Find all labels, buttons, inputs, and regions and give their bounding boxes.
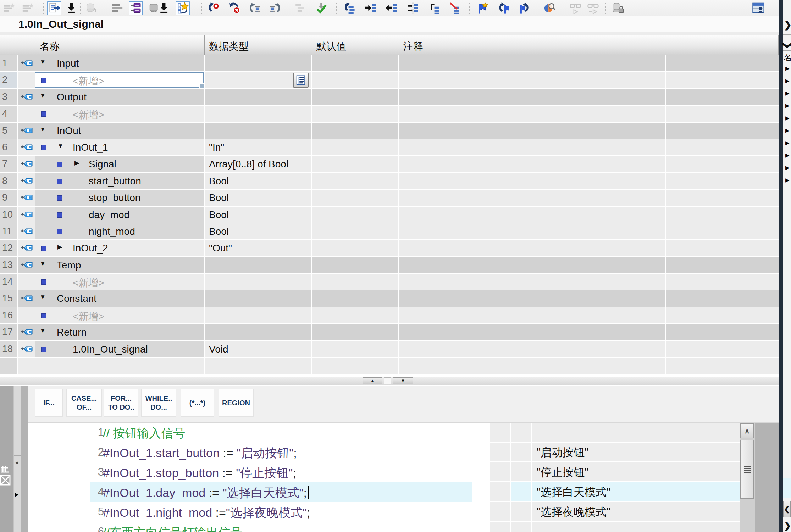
comment-cell[interactable] (399, 207, 666, 223)
row-number[interactable]: 3 (0, 89, 18, 105)
name-cell[interactable]: <新增> (35, 274, 205, 290)
value-cell[interactable] (532, 423, 740, 442)
no-absolute-operands-icon[interactable] (448, 1, 462, 15)
default-value-cell[interactable] (312, 240, 399, 256)
header-default[interactable]: 默认值 (312, 35, 399, 55)
code-text[interactable]: #InOut_1.stop_button := "停止按钮"; (103, 465, 296, 481)
variable-name[interactable]: Input (57, 58, 79, 69)
expand-right-icon[interactable]: ▶ (15, 492, 19, 497)
datatype-cell[interactable] (205, 55, 312, 71)
code-line[interactable]: 4#InOut_1.day_mod := "选择白天模式"; (28, 482, 518, 502)
name-cell[interactable]: ▼Temp (35, 257, 205, 273)
row-expand-icon[interactable]: ▶ (785, 140, 790, 146)
value-cell[interactable]: "选择夜晚模式" (532, 502, 740, 521)
code-line[interactable]: 1// 按钮输入信号 (28, 423, 518, 443)
collapse-icon[interactable]: ▼ (40, 294, 46, 301)
variable-name[interactable]: <新增> (73, 310, 104, 323)
comment-cell[interactable] (399, 89, 666, 105)
code-line[interactable]: 6//东西方向信号灯输出信号 (28, 522, 518, 532)
name-edit-field[interactable] (35, 72, 204, 88)
format-code-icon[interactable] (406, 1, 420, 15)
default-value-cell[interactable] (312, 123, 399, 139)
comment-cell[interactable] (399, 72, 666, 88)
row-expand-icon[interactable]: ▶ (785, 78, 790, 84)
expand-icon[interactable]: ▶ (57, 243, 62, 251)
snippet-button-for[interactable]: FOR...TO DO.. (104, 389, 138, 417)
default-value-cell[interactable] (312, 324, 399, 340)
row-number[interactable]: 5 (0, 123, 18, 139)
default-value-cell[interactable] (312, 257, 399, 273)
variable-name[interactable]: stop_button (89, 192, 140, 204)
row-number[interactable]: 16 (0, 307, 18, 323)
variable-name[interactable]: InOut_1 (73, 142, 108, 153)
row-number[interactable]: 15 (0, 290, 18, 306)
comment-cell[interactable] (399, 223, 666, 239)
edit-drag-handle[interactable] (199, 83, 205, 89)
comment-cell[interactable] (399, 341, 666, 357)
collapse-left-button[interactable]: ❮ (783, 501, 791, 517)
chevron-right-icon[interactable]: ❯ (784, 20, 791, 31)
variable-name[interactable]: <新增> (73, 276, 104, 290)
insert-row-icon[interactable] (2, 1, 16, 15)
snapshot-list-icon[interactable] (110, 1, 125, 15)
expanded-mode-icon[interactable] (176, 1, 190, 15)
variable-name[interactable]: InOut_2 (73, 243, 108, 254)
update-interface-icon[interactable] (248, 1, 262, 15)
collapse-icon[interactable]: ▼ (40, 260, 46, 267)
row-number[interactable]: 11 (0, 223, 18, 239)
comment-cell[interactable] (399, 274, 666, 290)
bookmark-prev-icon[interactable] (496, 1, 510, 15)
comment-cell[interactable] (399, 173, 666, 189)
splitter-grip[interactable] (384, 377, 391, 384)
collapse-icon[interactable]: ▼ (40, 92, 46, 99)
row-number[interactable]: 6 (0, 139, 18, 155)
comment-cell[interactable] (399, 290, 666, 306)
default-value-cell[interactable] (312, 207, 399, 223)
reset-memory-alt-icon[interactable] (227, 1, 241, 15)
datatype-browse-button[interactable] (293, 73, 309, 88)
row-number[interactable]: 18 (0, 341, 18, 357)
reset-memory-icon[interactable] (206, 1, 221, 15)
datatype-cell[interactable] (205, 307, 312, 323)
code-scrollbar[interactable]: ∧ (740, 423, 755, 532)
find-replace-icon[interactable] (542, 1, 557, 15)
monitor-glasses-icon[interactable] (568, 1, 582, 15)
name-cell[interactable]: <新增> (35, 72, 205, 88)
name-cell[interactable]: <新增> (35, 106, 205, 122)
snippet-button-case[interactable]: CASE...OF... (66, 389, 102, 417)
variable-name[interactable]: InOut (57, 125, 81, 137)
row-number[interactable]: 8 (0, 173, 18, 189)
keep-actual-values-icon[interactable] (84, 1, 98, 15)
variable-name[interactable]: night_mod (89, 226, 135, 237)
code-line[interactable]: 2#InOut_1.start_button := "启动按钮"; (28, 443, 518, 462)
name-cell[interactable]: ▼Input (35, 55, 205, 71)
scroll-thumb[interactable] (740, 440, 754, 499)
snippet-button-if[interactable]: IF... (35, 389, 63, 417)
consistency-check-icon[interactable] (314, 1, 328, 15)
row-number[interactable]: 4 (0, 106, 18, 122)
row-expand-icon[interactable]: ▶ (785, 102, 790, 109)
default-value-cell[interactable] (312, 274, 399, 290)
name-cell[interactable]: ▼InOut (35, 123, 205, 139)
monitor-glasses-step-icon[interactable] (586, 1, 600, 15)
row-number[interactable]: 10 (0, 207, 18, 223)
default-value-cell[interactable] (312, 173, 399, 189)
name-cell[interactable]: stop_button (35, 190, 205, 206)
row-expand-icon[interactable]: ▶ (785, 165, 790, 171)
comment-cell[interactable] (399, 55, 666, 71)
comment-cell[interactable] (399, 156, 666, 172)
copy-to-start-values-icon[interactable] (147, 1, 171, 15)
variable-name[interactable]: <新增> (73, 108, 104, 122)
struct-list-icon[interactable] (293, 1, 307, 15)
add-row-icon[interactable] (21, 1, 35, 15)
header-datatype[interactable]: 数据类型 (205, 35, 312, 55)
comment-cell[interactable] (399, 106, 666, 122)
datatype-cell[interactable] (205, 89, 312, 105)
name-cell[interactable]: ▼Constant (35, 290, 205, 306)
default-value-cell[interactable] (312, 106, 399, 122)
default-value-cell[interactable] (312, 190, 399, 206)
name-cell[interactable]: start_button (35, 173, 205, 189)
code-text[interactable]: #InOut_1.night_mod :="选择夜晚模式"; (103, 505, 310, 521)
default-value-cell[interactable] (312, 341, 399, 357)
row-expand-icon[interactable]: ▶ (785, 127, 790, 134)
